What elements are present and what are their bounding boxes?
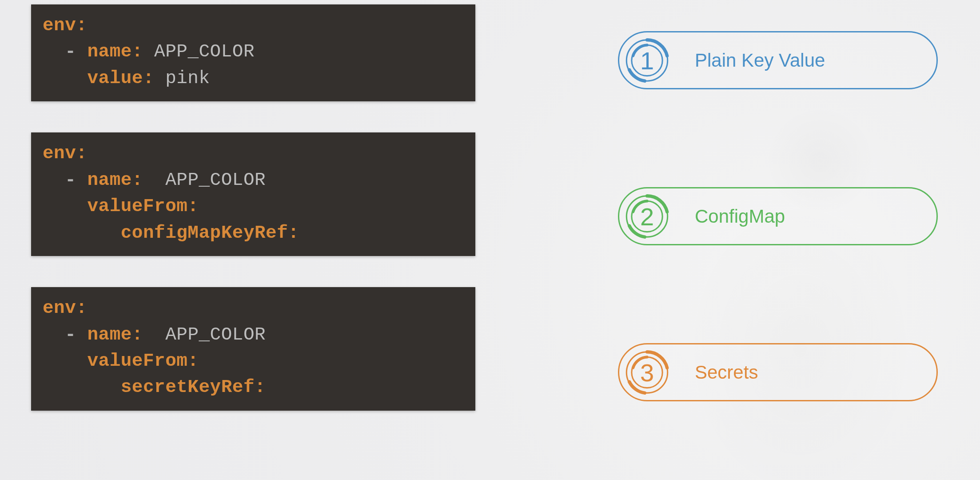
- yaml-value-pink: pink: [165, 68, 210, 88]
- badge-number: 2: [624, 193, 670, 240]
- yaml-dash: -: [65, 41, 76, 62]
- method-pills-column: 1 Plain Key Value 2 ConfigMap: [618, 31, 938, 401]
- pill-label: Secrets: [695, 362, 758, 383]
- badge-1: 1: [624, 37, 670, 84]
- yaml-value-appcolor: APP_COLOR: [165, 324, 266, 345]
- code-block-secrets: env: - name: APP_COLOR valueFrom: secret…: [31, 287, 475, 411]
- code-block-configmap: env: - name: APP_COLOR valueFrom: config…: [31, 132, 475, 256]
- yaml-dash: -: [65, 170, 76, 190]
- yaml-key-env: env:: [43, 15, 87, 36]
- yaml-key-value: value:: [87, 68, 154, 88]
- yaml-key-valuefrom: valueFrom:: [87, 351, 199, 371]
- yaml-key-env: env:: [43, 143, 87, 164]
- pill-label: ConfigMap: [695, 206, 785, 227]
- yaml-value-appcolor: APP_COLOR: [154, 41, 255, 62]
- yaml-key-name: name:: [87, 170, 143, 190]
- pill-configmap: 2 ConfigMap: [618, 187, 938, 245]
- pill-label: Plain Key Value: [695, 50, 825, 71]
- yaml-key-name: name:: [87, 324, 143, 345]
- yaml-key-env: env:: [43, 298, 87, 318]
- yaml-key-configmapkeyref: configMapKeyRef:: [121, 223, 299, 243]
- badge-number: 1: [624, 37, 670, 84]
- badge-2: 2: [624, 193, 670, 240]
- yaml-dash: -: [65, 324, 76, 345]
- code-block-plain-key-value: env: - name: APP_COLOR value: pink: [31, 4, 475, 101]
- yaml-value-appcolor: APP_COLOR: [165, 170, 266, 190]
- badge-number: 3: [624, 349, 670, 396]
- badge-3: 3: [624, 349, 670, 396]
- yaml-key-name: name:: [87, 41, 143, 62]
- pill-plain-key-value: 1 Plain Key Value: [618, 31, 938, 89]
- code-examples-column: env: - name: APP_COLOR value: pink env: …: [31, 4, 475, 411]
- yaml-key-secretkeyref: secretKeyRef:: [121, 377, 266, 397]
- pill-secrets: 3 Secrets: [618, 343, 938, 401]
- yaml-key-valuefrom: valueFrom:: [87, 196, 199, 216]
